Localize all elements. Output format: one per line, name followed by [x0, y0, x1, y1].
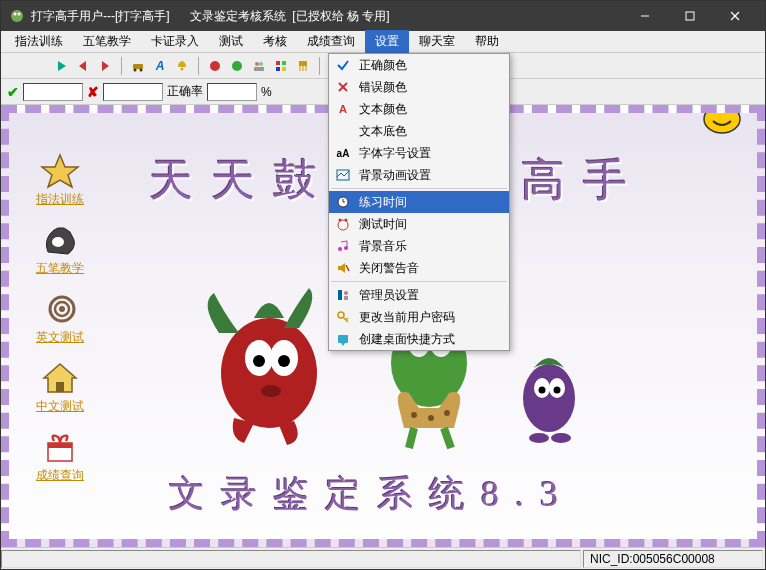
menu-test[interactable]: 测试: [209, 30, 253, 53]
tool-blocks-icon[interactable]: [271, 56, 291, 76]
svg-marker-8: [79, 61, 86, 71]
menubar: 指法训练 五笔教学 卡证录入 测试 考核 成绩查询 设置 聊天室 帮助: [1, 31, 765, 53]
svg-point-41: [725, 105, 739, 112]
dd-practice-time[interactable]: 练习时间: [329, 191, 509, 213]
dd-correct-color[interactable]: 正确颜色: [329, 54, 509, 76]
close-button[interactable]: [712, 1, 757, 31]
menu-settings[interactable]: 设置: [365, 30, 409, 53]
svg-point-55: [253, 355, 265, 367]
tool-brush-icon[interactable]: [293, 56, 313, 76]
menu-exam[interactable]: 考核: [253, 30, 297, 53]
svg-point-86: [338, 247, 342, 251]
svg-point-58: [261, 385, 281, 397]
menu-fingering[interactable]: 指法训练: [5, 30, 73, 53]
svg-point-17: [259, 62, 263, 66]
svg-point-0: [11, 10, 23, 22]
svg-marker-97: [341, 343, 345, 346]
svg-point-84: [339, 219, 342, 222]
clock2-icon: [335, 216, 351, 232]
svg-rect-52: [48, 443, 72, 448]
x-red-icon: [335, 79, 351, 95]
svg-rect-10: [133, 64, 143, 69]
svg-point-39: [704, 105, 740, 133]
menu-wubi[interactable]: 五笔教学: [73, 30, 141, 53]
svg-rect-50: [56, 382, 64, 392]
svg-line-89: [346, 265, 349, 271]
dd-test-time[interactable]: 测试时间: [329, 213, 509, 235]
menu-help[interactable]: 帮助: [465, 30, 509, 53]
svg-point-70: [523, 364, 575, 432]
music-icon: [335, 238, 351, 254]
dd-font[interactable]: aA字体字号设置: [329, 142, 509, 164]
svg-point-64: [411, 412, 417, 418]
svg-point-13: [181, 67, 184, 70]
svg-line-69: [444, 428, 451, 448]
app-window: 打字高手用户---[打字高手] 文录鉴定考核系统 [已授权给 杨 专用] 指法训…: [0, 0, 766, 570]
minimize-button[interactable]: [622, 1, 667, 31]
a-color-icon: A: [335, 101, 351, 117]
tool-car-icon[interactable]: [128, 56, 148, 76]
titlebar: 打字高手用户---[打字高手] 文录鉴定考核系统 [已授权给 杨 专用]: [1, 1, 765, 31]
svg-point-91: [344, 291, 348, 295]
sidebar-wubi[interactable]: 五笔教学: [29, 222, 91, 277]
x-icon: ✘: [87, 84, 99, 100]
dd-error-color[interactable]: 错误颜色: [329, 76, 509, 98]
menu-chat[interactable]: 聊天室: [409, 30, 465, 53]
svg-marker-9: [102, 61, 109, 71]
admin-icon: [335, 287, 351, 303]
tool-left-icon[interactable]: [73, 56, 93, 76]
dd-sep-1: [331, 188, 507, 189]
shortcut-icon: [335, 331, 351, 347]
star-icon: [38, 153, 82, 189]
svg-point-85: [345, 219, 348, 222]
dd-admin[interactable]: 管理员设置: [329, 284, 509, 306]
tool-a-icon[interactable]: A: [150, 56, 170, 76]
sidebar-chinese[interactable]: 中文测试: [29, 360, 91, 415]
sidebar-english[interactable]: 英文测试: [29, 291, 91, 346]
correct-input[interactable]: [23, 83, 83, 101]
svg-point-76: [551, 433, 571, 443]
error-input[interactable]: [103, 83, 163, 101]
svg-rect-23: [299, 61, 307, 66]
dd-mute[interactable]: 关闭警告音: [329, 257, 509, 279]
sidebar-scores[interactable]: 成绩查询: [29, 429, 91, 484]
svg-marker-88: [338, 263, 345, 273]
menu-scores[interactable]: 成绩查询: [297, 30, 365, 53]
status-nic: NIC_ID:005056C00008: [583, 550, 763, 568]
dd-password[interactable]: 更改当前用户密码: [329, 306, 509, 328]
key-icon: [335, 309, 351, 325]
dd-text-bg[interactable]: 文本底色: [329, 120, 509, 142]
svg-point-11: [134, 68, 137, 71]
svg-marker-44: [42, 155, 78, 187]
svg-point-40: [705, 105, 719, 112]
dd-bg-music[interactable]: 背景音乐: [329, 235, 509, 257]
tool-play-icon[interactable]: [51, 56, 71, 76]
mute-icon: [335, 260, 351, 276]
dd-shortcut[interactable]: 创建桌面快捷方式: [329, 328, 509, 350]
dd-text-color[interactable]: A文本颜色: [329, 98, 509, 120]
svg-point-42: [709, 105, 715, 108]
house-icon: [38, 360, 82, 396]
tool-red-icon[interactable]: [205, 56, 225, 76]
accuracy-label: 正确率: [167, 83, 203, 100]
svg-rect-4: [686, 12, 694, 20]
tool-right-icon[interactable]: [95, 56, 115, 76]
svg-point-1: [14, 13, 17, 16]
gift-icon: [38, 429, 82, 465]
accuracy-input[interactable]: [207, 83, 257, 101]
tool-green-icon[interactable]: [227, 56, 247, 76]
maximize-button[interactable]: [667, 1, 712, 31]
tool-people-icon[interactable]: [249, 56, 269, 76]
svg-point-15: [232, 61, 242, 71]
svg-point-14: [210, 61, 220, 71]
status-main: [1, 550, 581, 568]
menu-card[interactable]: 卡证录入: [141, 30, 209, 53]
svg-point-2: [18, 13, 21, 16]
font-icon: aA: [335, 145, 351, 161]
sidebar-fingering[interactable]: 指法训练: [29, 153, 91, 208]
dd-sep-2: [331, 281, 507, 282]
svg-rect-90: [338, 290, 342, 300]
svg-point-16: [255, 62, 259, 66]
dd-bg-anim[interactable]: 背景动画设置: [329, 164, 509, 186]
tool-bell-icon[interactable]: [172, 56, 192, 76]
